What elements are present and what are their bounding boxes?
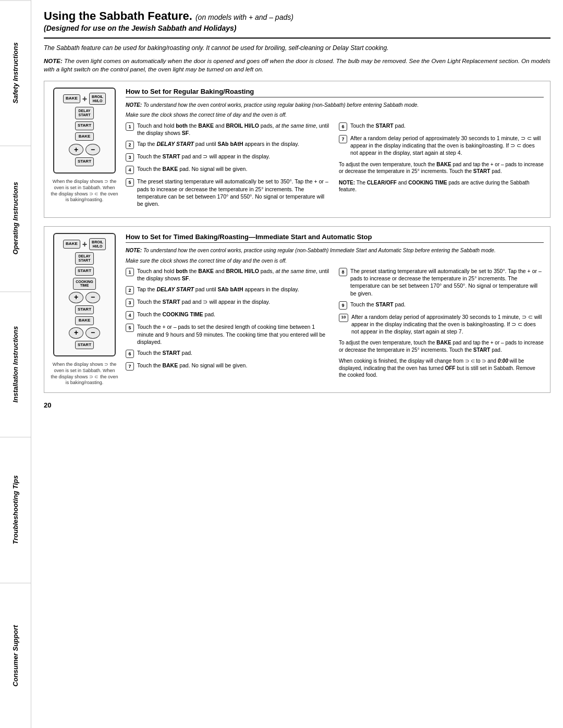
- section2-content: How to Set for Timed Baking/Roasting—Imm…: [126, 233, 544, 386]
- s2-step-1: 1 Touch and hold both the BAKE and BROIL…: [126, 267, 331, 282]
- s2-step-8: 8 The preset starting temperature will a…: [339, 267, 544, 297]
- plus-pad-1: +: [69, 144, 83, 155]
- s2-stepnum-6: 6: [126, 350, 134, 358]
- s1-steptext-1: Touch and hold both the BAKE and BROIL H…: [137, 122, 331, 137]
- s2-steptext-7: Touch the BAKE pad. No signal will be gi…: [137, 362, 331, 369]
- section2-title: How to Set for Timed Baking/Roasting—Imm…: [126, 233, 544, 243]
- s2-step-5: 5 Touch the + or – pads to set the desir…: [126, 323, 331, 346]
- s2-steptext-3: Touch the START pad and ⊃ will appear in…: [137, 298, 331, 305]
- oven-diagram-1: BAKE + BROILHI/LO DELAYSTART START BAKE: [51, 88, 118, 211]
- intro1-text: The Sabbath feature can be used for baki…: [44, 44, 389, 52]
- section2-steps-left: 1 Touch and hold both the BAKE and BROIL…: [126, 267, 331, 379]
- s1-steptext-3: Touch the START pad and ⊃ will appear in…: [137, 153, 331, 160]
- s2-step-2: 2 Tap the DELAY START pad until SAb bAtH…: [126, 286, 331, 294]
- s2-note2-text: Make sure the clock shows the correct ti…: [126, 258, 287, 264]
- broil-btn-1: BROILHI/LO: [89, 93, 106, 105]
- section2-note: NOTE: To understand how the oven control…: [126, 247, 544, 254]
- s1-steptext-4: Touch the BAKE pad. No signal will be gi…: [137, 165, 331, 172]
- title-text: Using the Sabbath Feature.: [44, 9, 192, 22]
- sidebar-section-consumer: Consumer Support: [0, 583, 31, 728]
- plus-icon-2: +: [82, 240, 87, 249]
- s1-stepnum-3: 3: [126, 153, 134, 162]
- page-title: Using the Sabbath Feature. (on models wi…: [44, 9, 550, 23]
- title-divider: [44, 38, 550, 39]
- s1-step-1: 1 Touch and hold both the BAKE and BROIL…: [126, 122, 331, 137]
- delay-start-btn-1: DELAYSTART: [75, 107, 94, 119]
- oven-caption-2: When the display shows ⊃ the oven is set…: [51, 362, 118, 386]
- s1-note-label: NOTE:: [126, 102, 142, 108]
- s2-step-7: 7 Touch the BAKE pad. No signal will be …: [126, 362, 331, 371]
- sidebar-section-troubleshooting: Troubleshooting Tips: [0, 437, 31, 582]
- bake-btn-2b: BAKE: [75, 316, 94, 325]
- start-btn-1a: START: [75, 121, 94, 130]
- minus-pad-2: −: [85, 292, 100, 303]
- s2-steptext-8: The preset starting temperature will aut…: [350, 267, 544, 297]
- sidebar-section-safety: Safety Instructions: [0, 0, 31, 145]
- section1-steps-left: 1 Touch and hold both the BAKE and BROIL…: [126, 122, 331, 211]
- page-number: 20: [44, 401, 550, 409]
- s2-steptext-2: Tap the DELAY START pad until SAb bAtH a…: [137, 286, 331, 293]
- s1-stepnum-6: 6: [339, 122, 347, 131]
- sidebar: Safety Instructions Operating Instructio…: [0, 0, 31, 728]
- subtitle-text: (Designed for use on the Jewish Sabbath …: [44, 24, 237, 32]
- s1-step-5: 5 The preset starting temperature will a…: [126, 178, 331, 207]
- section1-content: How to Set for Regular Baking/Roasting N…: [126, 88, 544, 211]
- intro2-label: NOTE:: [44, 58, 63, 64]
- s2-step-4: 4 Touch the COOKING TIME pad.: [126, 311, 331, 319]
- s2-note-text: To understand how the oven control works…: [142, 248, 496, 253]
- s1-stepnum-4: 4: [126, 166, 134, 174]
- s2-step-9: 9 Touch the START pad.: [339, 301, 544, 310]
- s1-step-6: 6 Touch the START pad.: [339, 122, 544, 131]
- s2-finish-text: When cooking is finished, the display wi…: [339, 357, 544, 379]
- s2-stepnum-9: 9: [339, 301, 347, 310]
- s1-adjust-text: To adjust the oven temperature, touch th…: [339, 161, 544, 175]
- s1-steptext-5: The preset starting temperature will aut…: [137, 178, 331, 207]
- s2-adjust-text: To adjust the oven temperature, touch th…: [339, 339, 544, 353]
- s1-step-2: 2 Tap the DELAY START pad until SAb bAtH…: [126, 140, 331, 149]
- s2-steptext-1: Touch and hold both the BAKE and BROIL H…: [137, 267, 331, 282]
- oven-diagram-2: BAKE + BROILHI/LO DELAYSTART START COOKI…: [51, 233, 118, 386]
- s1-step-7: 7 After a random delay period of approxi…: [339, 134, 544, 157]
- start-btn-2c: START: [75, 341, 94, 350]
- s2-steptext-10: After a random delay period of approxima…: [351, 313, 544, 336]
- s1-note2-text: Make sure the clock shows the correct ti…: [126, 112, 287, 118]
- section1-title: How to Set for Regular Baking/Roasting: [126, 88, 544, 97]
- s1-stepnum-7: 7: [339, 135, 347, 143]
- s1-steptext-2: Tap the DELAY START pad until SAb bAtH a…: [137, 140, 331, 147]
- intro2-text: The oven light comes on automatically wh…: [44, 58, 550, 72]
- s1-note-text: To understand how the oven control works…: [142, 102, 419, 108]
- s2-step-6: 6 Touch the START pad.: [126, 349, 331, 358]
- start-btn-2a: START: [75, 267, 94, 276]
- minus-pad-2b: −: [85, 327, 100, 339]
- s2-stepnum-1: 1: [126, 268, 134, 276]
- s2-step-3: 3 Touch the START pad and ⊃ will appear …: [126, 298, 331, 307]
- s2-stepnum-4: 4: [126, 311, 134, 319]
- intro-paragraph-1: The Sabbath feature can be used for baki…: [44, 44, 550, 53]
- plus-pad-2b: +: [69, 327, 83, 339]
- sidebar-section-operating: Operating Instructions: [0, 145, 31, 291]
- title-em: (on models with + and – pads): [195, 13, 293, 21]
- plus-pad-2: +: [69, 292, 83, 303]
- bake-btn-2: BAKE: [63, 240, 80, 249]
- s2-stepnum-8: 8: [339, 268, 347, 276]
- s2-steptext-6: Touch the START pad.: [137, 349, 331, 356]
- s1-steptext-6: Touch the START pad.: [350, 122, 544, 129]
- oven-control-box-1: BAKE + BROILHI/LO DELAYSTART START BAKE: [53, 88, 116, 174]
- page-subtitle: (Designed for use on the Jewish Sabbath …: [44, 24, 550, 32]
- broil-btn-2: BROILHI/LO: [89, 238, 106, 250]
- s1-note-right: NOTE: The CLEAR/OFF and COOKING TIME pad…: [339, 179, 544, 193]
- section2-note2: Make sure the clock shows the correct ti…: [126, 257, 544, 265]
- start-btn-2b: START: [75, 305, 94, 314]
- s1-stepnum-1: 1: [126, 122, 134, 131]
- s2-stepnum-10: 10: [339, 314, 348, 322]
- delay-start-btn-2: DELAYSTART: [75, 252, 94, 264]
- s1-stepnum-2: 2: [126, 141, 134, 149]
- section1-note: NOTE: To understand how the oven control…: [126, 102, 544, 109]
- s1-step-4: 4 Touch the BAKE pad. No signal will be …: [126, 165, 331, 174]
- s1-stepnum-5: 5: [126, 178, 134, 187]
- s2-steptext-9: Touch the START pad.: [350, 301, 544, 308]
- s2-note-label: NOTE:: [126, 248, 142, 253]
- s1-steptext-7: After a random delay period of approxima…: [350, 134, 544, 157]
- s1-step-3: 3 Touch the START pad and ⊃ will appear …: [126, 153, 331, 162]
- section2-steps-right: 8 The preset starting temperature will a…: [339, 267, 544, 379]
